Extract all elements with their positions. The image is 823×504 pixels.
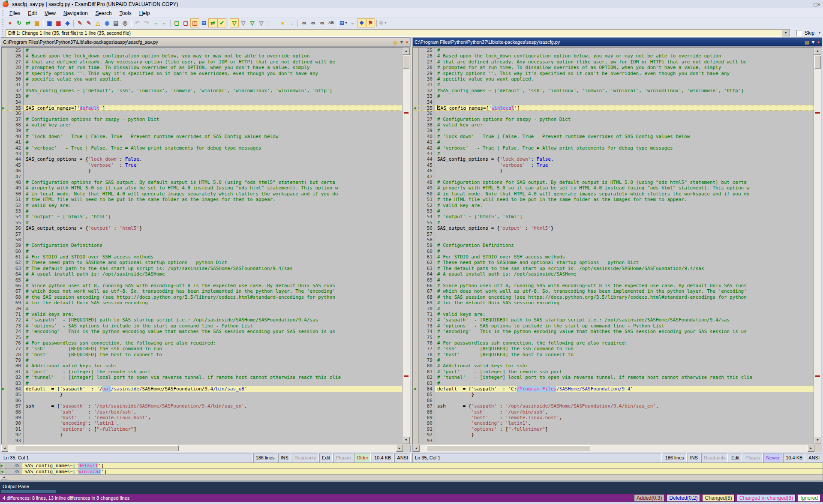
code-line[interactable]: 81# 'port' - [integer] the remote ssh po…: [413, 369, 814, 375]
auto-options-icon[interactable]: ✔: [217, 18, 226, 27]
scroll-left-icon[interactable]: ◄: [1, 445, 8, 452]
toolbar-grip[interactable]: [1, 19, 5, 27]
code-line[interactable]: 42# 'verbose' - True | False. True = All…: [413, 145, 814, 151]
plugins-icon[interactable]: ❖: [357, 18, 366, 27]
code-line[interactable]: 93: [413, 438, 814, 444]
code-line[interactable]: 54# 'output' = ['html5', 'html']: [2, 214, 402, 219]
code-line[interactable]: 32#SAS_config_names = ['default', 'ssh',…: [413, 88, 814, 93]
code-line[interactable]: 89 'host' : 'remote.linux.host',: [413, 415, 814, 420]
code-line[interactable]: 86: [413, 398, 814, 403]
code-line[interactable]: 38# valid key are:: [2, 122, 402, 128]
code-line[interactable]: 36: [413, 111, 814, 116]
code-line[interactable]: 72# 'saspath' - [REQUIRED] path to SAS s…: [413, 317, 814, 323]
code-line[interactable]: 63# The default path to the sas start up…: [413, 266, 814, 271]
code-line[interactable]: 51# the HTML file will need to be put in…: [413, 197, 814, 202]
code-line[interactable]: 71# valid keys are:: [2, 312, 402, 317]
code-line[interactable]: 27# that are defined already. Any necess…: [413, 59, 814, 65]
code-line[interactable]: 26# Based upon the lock_down configurati…: [2, 53, 402, 59]
scrollbar-thumb[interactable]: [814, 56, 821, 69]
code-line[interactable]: 51# the HTML file will need to be put in…: [2, 197, 402, 202]
code-line[interactable]: 65#: [413, 277, 814, 283]
code-line[interactable]: 67# which does not work well as utf-8. S…: [2, 288, 402, 294]
code-line[interactable]: 57: [413, 231, 814, 237]
dropdown-arrow-icon[interactable]: ▼: [782, 30, 790, 36]
code-line[interactable]: 52# valid key are:: [413, 203, 814, 208]
horizontal-scrollbar[interactable]: ◄ ►: [1, 445, 411, 452]
code-line[interactable]: 50# in local mode. Note that HTML 4.0 wi…: [2, 191, 402, 197]
code-line[interactable]: 43#: [413, 151, 814, 156]
code-line[interactable]: 56SAS_output_options = {'output' : 'html…: [413, 225, 814, 231]
code-line[interactable]: 49# properly with HTML 5.0 so it can als…: [413, 185, 814, 191]
split-view-icon[interactable]: ◫: [190, 18, 199, 27]
scrollbar-track[interactable]: [814, 55, 821, 437]
minimize-button[interactable]: –: [811, 1, 814, 8]
code-line[interactable]: 74# 'encoding' - This is the python enco…: [413, 329, 814, 334]
code-line[interactable]: 75#: [2, 335, 402, 340]
code-line[interactable]: 33#: [2, 93, 402, 99]
code-line[interactable]: ◀35SAS_config_names=['winlocal']: [413, 105, 814, 111]
code-line[interactable]: 82# 'tunnel' - [integer] local port to o…: [413, 375, 814, 380]
code-line[interactable]: 63# The default path to the sas start up…: [2, 266, 402, 271]
scroll-down-icon[interactable]: ▼: [814, 437, 821, 444]
code-line[interactable]: 58: [413, 237, 814, 243]
first-file-editor[interactable]: 25#26# Based upon the lock_down configur…: [1, 47, 411, 445]
code-line[interactable]: 34: [413, 99, 814, 105]
code-line[interactable]: 59# Configuration Definitions: [2, 243, 402, 248]
code-line[interactable]: 30# specific value you want applied.: [413, 76, 814, 82]
code-line[interactable]: 45 'verbose' : True: [413, 162, 814, 168]
code-line[interactable]: 44SAS_config_options = {'lock_down': Fal…: [413, 156, 814, 162]
code-line[interactable]: 79#: [2, 357, 402, 363]
code-line[interactable]: 55#: [413, 220, 814, 225]
code-line[interactable]: 54# 'output' = ['html5', 'html']: [413, 214, 814, 219]
code-line[interactable]: 92 }: [2, 432, 402, 438]
code-line[interactable]: ▶84default = {'saspath' : '/opt/sasinsid…: [2, 386, 402, 392]
code-line[interactable]: 91 'options' : ["-fullstimer"]: [2, 426, 402, 432]
code-view[interactable]: 25#26# Based upon the lock_down configur…: [2, 48, 402, 444]
recompare-icon[interactable]: ↻: [15, 18, 24, 27]
edit-first-file-icon[interactable]: ✎: [75, 18, 84, 27]
code-line[interactable]: 66# Since python uses utf-8, running SAS…: [413, 283, 814, 288]
code-line[interactable]: 62# These need path to SASHome and optio…: [2, 260, 402, 265]
view-layout-icon[interactable]: ⊞▼: [339, 18, 348, 27]
code-line[interactable]: 56SAS_output_options = {'output' : 'html…: [2, 225, 402, 231]
code-line[interactable]: 53#: [413, 208, 814, 214]
code-line[interactable]: 65#: [2, 277, 402, 283]
code-line[interactable]: 58: [2, 237, 402, 243]
code-line[interactable]: 31#: [2, 82, 402, 87]
code-line[interactable]: 60#: [2, 249, 402, 254]
code-line[interactable]: 87ssh = {'saspath' : '/opt/sasinside/SAS…: [2, 403, 402, 409]
code-line[interactable]: 61# For STDIO and STDIO over SSH access …: [2, 254, 402, 260]
code-line[interactable]: 79#: [413, 357, 814, 363]
code-line[interactable]: 90 'encoding': 'latin1',: [413, 420, 814, 426]
menu-search[interactable]: Search: [92, 9, 116, 17]
code-line[interactable]: 83#: [2, 381, 402, 386]
code-line[interactable]: 80# Additional valid keys for ssh:: [2, 363, 402, 369]
code-line[interactable]: 88 'ssh' : '/usr/bin/ssh',: [2, 409, 402, 415]
code-line[interactable]: 48# Configuration options for SAS output…: [2, 180, 402, 185]
code-line[interactable]: 77# 'ssh' - [REQUIRED] the ssh command t…: [2, 346, 402, 351]
code-line[interactable]: 66# Since python uses utf-8, running SAS…: [2, 283, 402, 288]
next-change-icon[interactable]: ↓: [287, 18, 296, 27]
print-preview-icon[interactable]: ◎: [120, 18, 129, 27]
save-second-file-icon[interactable]: ▣: [54, 18, 63, 27]
code-line[interactable]: 41#: [413, 139, 814, 145]
scrollbar-track[interactable]: [420, 445, 808, 452]
code-line[interactable]: 52# valid key are:: [2, 203, 402, 208]
toolbar-grip[interactable]: [1, 29, 5, 36]
save-first-file-icon[interactable]: ▣: [45, 18, 54, 27]
compare-icon[interactable]: ●: [405, 39, 408, 45]
scrollbar-thumb[interactable]: [403, 56, 409, 69]
scroll-left-icon[interactable]: ◄: [0, 475, 7, 480]
code-line[interactable]: 64# A usual install path is: /opt/sasins…: [413, 271, 814, 277]
code-line[interactable]: 33#: [413, 93, 814, 99]
code-line[interactable]: 60#: [413, 249, 814, 254]
code-line[interactable]: 43#: [2, 151, 402, 156]
scrollbar-track[interactable]: [402, 55, 410, 437]
vertical-scrollbar[interactable]: ▲ ▼: [814, 48, 821, 444]
copy-path-icon[interactable]: ▤: [393, 39, 397, 45]
code-line[interactable]: 89 'host' : 'remote.linux.host',: [2, 415, 402, 420]
code-line[interactable]: 49# properly with HTML 5.0 so it can als…: [2, 185, 402, 191]
code-line[interactable]: 93: [2, 438, 402, 444]
code-line[interactable]: 85 }: [413, 392, 814, 397]
line-inspector-icon[interactable]: ≡: [348, 18, 357, 27]
